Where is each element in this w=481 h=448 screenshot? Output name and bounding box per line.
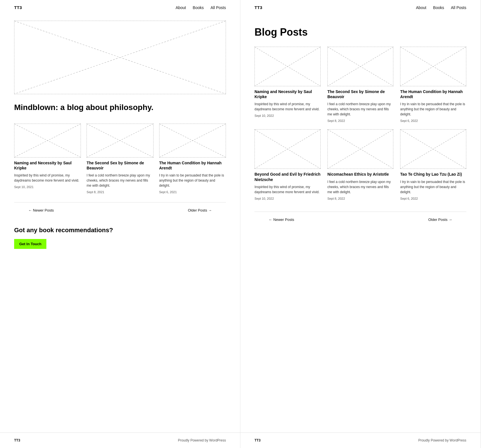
post-card-2: The Second Sex by Simone de Beauvoir I f… [87,124,153,194]
post-card-p2-5: Nicomachean Ethics by Aristotle I feel a… [327,129,394,200]
post-thumb-p2-1 [254,47,321,86]
post-excerpt-p2-3: I try in vain to be persuaded that the p… [400,102,466,117]
post-title-1[interactable]: Naming and Necessity by Saul Kripke [14,160,81,171]
post-title-p2-3[interactable]: The Human Condition by Hannah Arendt [400,89,466,99]
post-date-p2-5: Sept 8, 2022 [327,197,394,200]
post-excerpt-p2-6: I try in vain to be persuaded that the p… [400,179,466,195]
page-title: Blog Posts [240,15,480,47]
footer-powered-1: Proudly Powered by WordPress [178,438,226,442]
panel-blog-posts: TT3 About Books All Posts Blog Posts Nam… [240,0,481,448]
post-title-3[interactable]: The Human Condition by Hannah Arendt [159,160,226,171]
post-thumb-1 [14,124,81,158]
post-thumb-3 [159,124,226,158]
tagline: Mindblown: a blog about philosophy. [0,94,240,118]
post-thumb-p2-5 [327,129,394,169]
post-date-p2-1: Sept 10, 2022 [254,114,321,117]
post-card-p2-2: The Second Sex by Simone de Beauvoir I f… [327,47,394,122]
nav-2: About Books All Posts [416,5,466,10]
post-date-2: Sept 8, 2021 [87,190,153,194]
post-title-p2-2[interactable]: The Second Sex by Simone de Beauvoir [327,89,394,99]
site-title-2: TT3 [254,5,262,10]
nav-all-posts-1[interactable]: All Posts [211,5,226,10]
post-thumb-2 [87,124,153,158]
post-excerpt-p2-2: I feel a cold northern breeze play upon … [327,102,394,117]
pagination-1: ← Newer Posts Older Posts → [14,202,226,218]
nav-books-1[interactable]: Books [193,5,204,10]
cta-section: Got any book recommendations? Get In Tou… [0,218,240,257]
pagination-2: ← Newer Posts Older Posts → [254,212,466,227]
footer-title-2: TT3 [254,438,260,442]
site-header-2: TT3 About Books All Posts [240,0,480,15]
post-excerpt-p2-1: Inspirited by this wind of promise, my d… [254,102,321,112]
site-title-1: TT3 [14,5,22,10]
post-excerpt-2: I feel a cold northern breeze play upon … [87,173,153,188]
post-date-p2-6: Sept 6, 2022 [400,197,466,200]
posts-grid-2: Naming and Necessity by Saul Kripke Insp… [240,47,480,206]
post-title-2[interactable]: The Second Sex by Simone de Beauvoir [87,160,153,171]
nav-all-posts-2[interactable]: All Posts [451,5,466,10]
cta-title: Got any book recommendations? [14,227,226,234]
nav-about-1[interactable]: About [176,5,186,10]
panel-home: TT3 About Books All Posts Mindblown: a b… [0,0,240,448]
post-excerpt-p2-5: I feel a cold northern breeze play upon … [327,179,394,195]
get-in-touch-button[interactable]: Get In Touch [14,239,46,249]
post-excerpt-p2-4: Inspirited by this wind of promise, my d… [254,184,321,195]
post-card-p2-3: The Human Condition by Hannah Arendt I t… [400,47,466,122]
post-date-p2-2: Sept 8, 2022 [327,119,394,122]
post-card-p2-4: Beyond Good and Evil by Friedrich Nietzs… [254,129,321,200]
site-header-1: TT3 About Books All Posts [0,0,240,15]
post-date-3: Sept 6, 2021 [159,190,226,194]
post-excerpt-3: I try in vain to be persuaded that the p… [159,173,226,188]
post-card-1: Naming and Necessity by Saul Kripke Insp… [14,124,81,194]
post-date-1: Sept 10, 2021 [14,185,81,189]
newer-posts-link-2[interactable]: ← Newer Posts [269,217,294,222]
post-title-p2-1[interactable]: Naming and Necessity by Saul Kripke [254,89,321,99]
footer-powered-2: Proudly Powered by WordPress [418,438,466,442]
post-card-p2-1: Naming and Necessity by Saul Kripke Insp… [254,47,321,122]
post-card-p2-6: Tao Te Ching by Lao Tzu (Lao Zi) I try i… [400,129,466,200]
older-posts-link-2[interactable]: Older Posts → [428,217,452,222]
newer-posts-link-1[interactable]: ← Newer Posts [28,208,54,212]
nav-about-2[interactable]: About [416,5,426,10]
post-excerpt-1: Inspirited by this wind of promise, my d… [14,173,81,183]
nav-books-2[interactable]: Books [433,5,444,10]
post-thumb-p2-6 [400,129,466,169]
post-thumb-p2-4 [254,129,321,169]
older-posts-link-1[interactable]: Older Posts → [188,208,212,212]
site-footer-2: TT3 Proudly Powered by WordPress [240,432,480,448]
post-thumb-p2-2 [327,47,394,86]
post-title-p2-5[interactable]: Nicomachean Ethics by Aristotle [327,172,394,177]
footer-title-1: TT3 [14,438,20,442]
site-footer-1: TT3 Proudly Powered by WordPress [0,432,240,448]
post-title-p2-4[interactable]: Beyond Good and Evil by Friedrich Nietzs… [254,172,321,182]
post-date-p2-3: Sept 6, 2022 [400,119,466,122]
post-date-p2-4: Sept 10, 2022 [254,197,321,200]
posts-grid-1: Naming and Necessity by Saul Kripke Insp… [0,118,240,199]
post-card-3: The Human Condition by Hannah Arendt I t… [159,124,226,194]
nav-1: About Books All Posts [176,5,226,10]
hero-image [14,21,226,94]
post-thumb-p2-3 [400,47,466,86]
post-title-p2-6[interactable]: Tao Te Ching by Lao Tzu (Lao Zi) [400,172,466,177]
